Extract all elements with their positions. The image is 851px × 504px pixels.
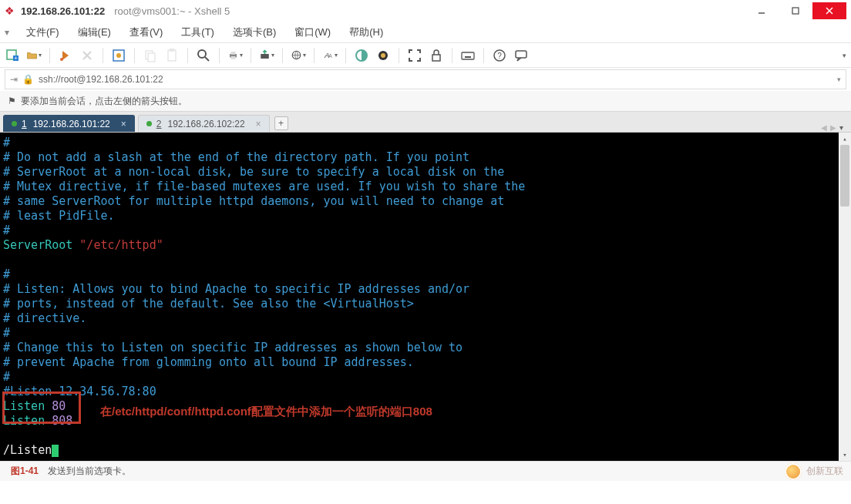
directive-keyword: ServerRoot [3, 238, 72, 252]
svg-rect-11 [148, 53, 155, 62]
title-address: 192.168.26.101:22 [21, 5, 105, 17]
menu-tools[interactable]: 工具(T) [177, 24, 219, 41]
status-dot-icon [12, 121, 17, 126]
code-line: # directive. [3, 311, 86, 325]
status-dot-icon [146, 121, 152, 126]
svg-rect-19 [261, 54, 269, 59]
window-controls [745, 2, 846, 19]
svg-point-14 [198, 50, 206, 58]
svg-point-9 [116, 53, 121, 58]
address-bar: ⇥ 🔒 ▾ [5, 69, 846, 89]
svg-rect-12 [168, 50, 176, 61]
open-icon[interactable]: ▾ [26, 48, 42, 63]
svg-rect-13 [170, 49, 174, 52]
figure-label: 图1-41 [11, 465, 39, 478]
lock-icon[interactable] [429, 48, 444, 63]
session-tab-1[interactable]: 1 192.168.26.101:22 × [3, 115, 135, 132]
print-icon[interactable]: ▾ [227, 48, 243, 63]
menu-window[interactable]: 窗口(W) [290, 24, 335, 41]
scroll-up-icon[interactable]: ▴ [839, 133, 851, 145]
watermark: 创新互联 [785, 463, 843, 480]
font-icon[interactable]: AA▾ [322, 48, 338, 63]
paste-icon[interactable] [164, 48, 180, 63]
web-icon[interactable]: ▾ [291, 48, 306, 63]
code-line: # prevent Apache from glomming onto all … [3, 355, 414, 369]
code-line: # Change this to Listen on specific IP a… [3, 341, 462, 354]
app-logo-icon: ❖ [5, 5, 15, 17]
svg-rect-17 [231, 52, 236, 55]
keyboard-icon[interactable] [460, 48, 476, 63]
svg-rect-35 [516, 51, 526, 58]
highlight-box [2, 391, 81, 424]
svg-rect-26 [432, 55, 440, 61]
menu-dropdown-icon[interactable]: ▾ [5, 27, 12, 38]
code-line: # ports, instead of the default. See als… [3, 297, 414, 311]
disconnect-icon[interactable] [79, 48, 95, 63]
help-icon[interactable]: ? [492, 48, 507, 63]
tab-index: 2 [156, 119, 162, 129]
svg-text:A: A [328, 53, 332, 59]
watermark-text: 创新互联 [806, 465, 843, 478]
terminal-scrollbar[interactable]: ▴ ▾ [839, 133, 851, 461]
close-button[interactable] [812, 2, 846, 19]
svg-text:+: + [14, 55, 18, 62]
scroll-thumb[interactable] [840, 145, 849, 207]
minimize-button[interactable] [745, 2, 779, 19]
new-tab-button[interactable]: + [274, 116, 288, 130]
properties-icon[interactable] [111, 48, 126, 63]
copy-icon[interactable] [143, 48, 158, 63]
session-tab-2[interactable]: 2 192.168.26.102:22 × [138, 115, 270, 132]
maximize-button[interactable] [779, 2, 812, 19]
tab-label: 192.168.26.101:22 [33, 119, 110, 129]
new-session-icon[interactable]: + [5, 48, 20, 63]
color-icon[interactable] [354, 48, 369, 63]
address-input[interactable] [39, 74, 832, 85]
find-icon[interactable] [196, 48, 211, 63]
directive-value: "/etc/httpd" [79, 238, 163, 252]
toolbar: + ▾ ▾ ▾ ▾ AA▾ ? ▾ [0, 43, 851, 68]
code-line: # ServerRoot at a non-local disk, be sur… [3, 165, 504, 179]
svg-rect-18 [231, 56, 236, 59]
terminal[interactable]: # # Do not add a slash at the end of the… [0, 133, 851, 461]
menu-tabs[interactable]: 选项卡(B) [228, 24, 281, 41]
tab-list-dropdown-icon[interactable]: ▾ [839, 123, 843, 132]
menu-help[interactable]: 帮助(H) [345, 24, 388, 41]
svg-point-7 [60, 58, 63, 61]
menu-bar: ▾ 文件(F) 编辑(E) 查看(V) 工具(T) 选项卡(B) 窗口(W) 帮… [0, 22, 851, 43]
annotation-text: 在/etc/httpd/conf/httpd.conf配置文件中添加一个监听的端… [100, 404, 432, 418]
chat-icon[interactable] [513, 48, 529, 63]
search-command: /Listen [3, 443, 52, 457]
title-context: root@vms001:~ - Xshell 5 [114, 5, 230, 17]
scroll-down-icon[interactable]: ▾ [839, 449, 851, 461]
menu-view[interactable]: 查看(V) [125, 24, 167, 41]
protocol-lock-icon: 🔒 [22, 74, 34, 85]
svg-point-25 [381, 53, 385, 58]
code-line: # [3, 136, 10, 150]
add-session-arrow-icon[interactable]: ⇥ [10, 74, 18, 85]
tab-index: 1 [22, 119, 27, 129]
menu-file[interactable]: 文件(F) [22, 24, 64, 41]
tab-close-icon[interactable]: × [256, 119, 261, 129]
code-line: # [3, 370, 10, 384]
transfer-icon[interactable]: ▾ [259, 48, 274, 63]
code-line: # same ServerRoot for multiple httpd dae… [3, 194, 504, 208]
svg-line-15 [205, 57, 209, 61]
tab-close-icon[interactable]: × [121, 119, 126, 129]
code-line: # least PidFile. [3, 209, 115, 223]
status-bar: 图1-41 发送到当前选项卡。 创新互联 [0, 461, 851, 481]
cursor-icon [52, 445, 59, 457]
watermark-logo-icon [785, 463, 802, 480]
code-line: # [3, 326, 10, 340]
reconnect-icon[interactable] [58, 48, 73, 63]
fullscreen-icon[interactable] [407, 48, 422, 63]
code-line: # [3, 267, 10, 281]
hint-flag-icon: ⚑ [8, 96, 16, 106]
tab-label: 192.168.26.102:22 [168, 119, 245, 129]
theme-icon[interactable] [375, 48, 391, 63]
menu-edit[interactable]: 编辑(E) [73, 24, 116, 41]
address-dropdown-icon[interactable]: ▾ [837, 76, 841, 83]
tab-prev-icon[interactable]: ◀ [821, 123, 827, 132]
toolbar-overflow-icon[interactable]: ▾ [843, 52, 846, 59]
tab-next-icon[interactable]: ▶ [830, 123, 836, 132]
svg-rect-1 [792, 8, 799, 14]
